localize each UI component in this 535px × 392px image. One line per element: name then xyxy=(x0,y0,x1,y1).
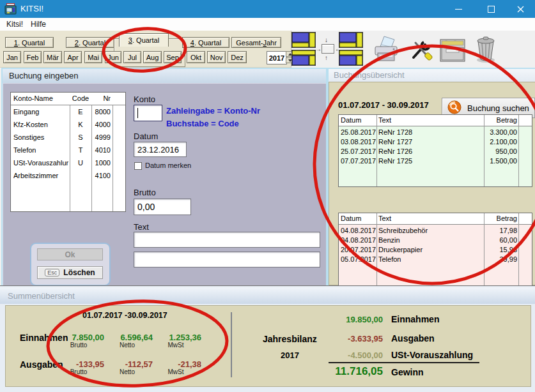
gewinn-value: 11.716,05 xyxy=(306,365,383,378)
titlebar: KITSI! xyxy=(0,0,535,18)
mwst-sublabel: MwSt xyxy=(150,342,201,349)
entry-body: Konto-Name Code Nr Eingang E 8000 Kfz-Ko… xyxy=(3,83,326,287)
kitsi-app-window: KITSI! Kitsi! Hilfe 1. Quartal 2. Quarta… xyxy=(0,0,535,392)
toolbar: 1. Quartal 2. Quartal 3. Quartal 4. Quar… xyxy=(0,31,535,67)
expense-col-betrag: Betrag xyxy=(485,215,517,222)
expense-table: Datum Text Betrag 04.08.2017 Schreibzube… xyxy=(338,213,532,289)
ok-button[interactable]: Ok xyxy=(37,248,103,260)
loeschen-button[interactable]: Esc Löschen xyxy=(37,266,103,279)
menu-kitsi[interactable]: Kitsi! xyxy=(4,19,26,29)
minimize-button[interactable] xyxy=(444,0,473,18)
datum-merken-label: Datum merken xyxy=(145,162,191,169)
account-table: Konto-Name Code Nr Eingang E 8000 Kfz-Ko… xyxy=(10,92,126,212)
text-input-2[interactable] xyxy=(134,252,320,268)
year-income-label: Einnahmen xyxy=(391,314,439,324)
gesamt-jahr-button[interactable]: Gesamt-Jahr xyxy=(231,37,281,48)
ausgaben-netto: -112,57 xyxy=(102,359,153,369)
quartal-1-button[interactable]: 1. Quartal xyxy=(5,37,54,48)
gewinn-label: Gewinn xyxy=(391,367,424,377)
datum-merken-checkbox[interactable] xyxy=(134,162,142,170)
income-table: Datum Text Betrag 25.08.2017 ReNr 1728 3… xyxy=(338,114,532,187)
confirm-group: Ok Esc Löschen xyxy=(30,243,111,286)
quartal-4-button[interactable]: 4. Quartal xyxy=(182,37,229,48)
year-ust-value: -4.500,00 xyxy=(319,351,383,360)
month-feb-button[interactable]: Feb xyxy=(24,51,42,63)
settings-tools-icon[interactable] xyxy=(410,38,434,63)
summary-caption: Summenübersicht xyxy=(0,287,535,304)
maximize-button[interactable] xyxy=(477,0,506,18)
konto-label: Konto xyxy=(134,94,155,104)
income-col-datum: Datum xyxy=(341,116,376,124)
konto-hint-1: Zahleingabe = Konto-Nr xyxy=(166,106,260,116)
window-layout-icon-4[interactable] xyxy=(339,50,363,66)
close-button[interactable] xyxy=(506,0,535,18)
window-layout-icon-2[interactable] xyxy=(291,50,316,66)
expense-col-text: Text xyxy=(378,215,483,222)
year-ust-label: USt-Vorauszahlung xyxy=(391,350,473,360)
month-okt-button[interactable]: Okt xyxy=(187,51,205,63)
entry-caption: Buchung eingeben xyxy=(3,69,326,83)
ausgaben-brutto: -133,95 xyxy=(53,359,104,369)
overview-body: 01.07.2017 - 30.09.2017 Buchung suchen D… xyxy=(329,82,535,285)
window-title: KITSI! xyxy=(20,4,43,13)
netto-sublabel: Netto xyxy=(102,368,153,375)
month-mai-button[interactable]: Mai xyxy=(84,51,102,63)
brutto-sublabel: Brutto xyxy=(53,368,104,375)
maximize-icon xyxy=(488,6,495,13)
summary-date-range: 01.07.2017 -30.09.2017 xyxy=(82,311,167,320)
datum-label: Datum xyxy=(134,132,158,141)
income-col-betrag: Betrag xyxy=(485,116,517,124)
overview-window: Buchungsübersicht 01.07.2017 - 30.09.201… xyxy=(327,68,535,287)
brutto-label: Brutto xyxy=(134,188,156,197)
expense-col-datum: Datum xyxy=(341,215,376,222)
konto-hint-2: Buchstabe = Code xyxy=(166,119,239,128)
summary-panel: 01.07.2017 -30.09.2017 Einnahmen 7.850,0… xyxy=(5,305,531,387)
summary-window: Summenübersicht 01.07.2017 -30.09.2017 E… xyxy=(0,285,535,392)
month-jun-button[interactable]: Jun xyxy=(105,51,121,63)
print-icon[interactable] xyxy=(373,35,399,63)
account-col-name: Konto-Name xyxy=(13,94,68,102)
account-col-nr: Nr xyxy=(92,94,111,102)
app-icon xyxy=(4,3,17,15)
month-mar-button[interactable]: Mär xyxy=(43,51,62,63)
window-layout-icon-1[interactable] xyxy=(291,32,316,48)
year-input[interactable]: 2017 xyxy=(267,51,287,64)
window-layout-icon-3[interactable] xyxy=(339,32,363,48)
year-expense-value: -3.633,95 xyxy=(319,334,383,343)
text-label: Text xyxy=(134,222,149,232)
month-jul-button[interactable]: Jul xyxy=(123,51,141,63)
datum-input[interactable]: 23.12.2016 xyxy=(134,142,187,157)
year-expense-label: Ausgaben xyxy=(391,333,435,343)
overview-date-range: 01.07.2017 - 30.09.2017 xyxy=(338,100,429,110)
text-input-1[interactable] xyxy=(134,232,320,248)
income-col-text: Text xyxy=(378,116,483,124)
einnahmen-brutto: 7.850,00 xyxy=(53,333,104,342)
brutto-sublabel: Brutto xyxy=(53,342,104,349)
ausgaben-mwst: -21,38 xyxy=(150,359,201,369)
center-windows-icon[interactable]: ↓ → ← ↑ xyxy=(317,40,336,59)
period-panel: 1. Quartal 2. Quartal 3. Quartal 4. Quar… xyxy=(0,31,291,68)
month-dez-button[interactable]: Dez xyxy=(228,51,247,63)
menu-hilfe[interactable]: Hilfe xyxy=(28,19,49,29)
total-rule xyxy=(329,362,479,363)
month-nov-button[interactable]: Nov xyxy=(207,51,226,63)
entry-window: Buchung eingeben Konto-Name Code Nr Eing… xyxy=(1,68,327,288)
esc-key-icon: Esc xyxy=(45,269,59,276)
overview-caption: Buchungsübersicht xyxy=(329,69,535,82)
month-aug-button[interactable]: Aug xyxy=(143,51,162,63)
month-sep-button[interactable]: Sep xyxy=(164,51,182,63)
jahresbilanz-year: 2017 xyxy=(281,351,299,360)
quartal-2-button[interactable]: 2. Quartal xyxy=(66,37,114,48)
trash-icon[interactable] xyxy=(475,36,499,64)
archive-box-icon[interactable] xyxy=(438,34,467,64)
mwst-sublabel: MwSt xyxy=(150,368,201,375)
year-income-value: 19.850,00 xyxy=(319,315,383,324)
close-icon xyxy=(517,6,524,13)
quartal-3-button[interactable]: 3. Quartal xyxy=(119,33,169,47)
month-jan-button[interactable]: Jan xyxy=(3,51,21,63)
minimize-icon xyxy=(455,9,462,10)
brutto-input[interactable]: 0,00 xyxy=(134,199,191,215)
month-apr-button[interactable]: Apr xyxy=(64,51,82,63)
konto-input[interactable] xyxy=(134,105,162,121)
text-caret xyxy=(137,108,138,118)
